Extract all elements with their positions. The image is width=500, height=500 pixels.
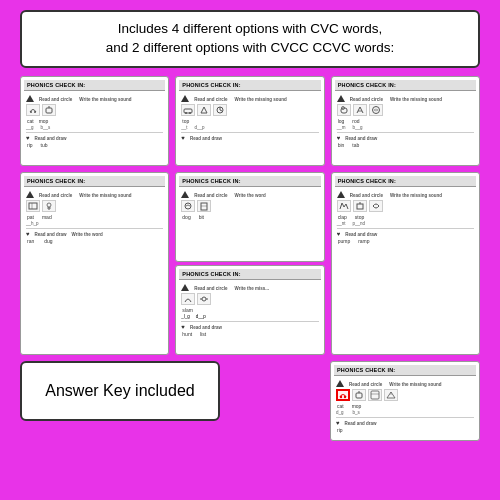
title-line1: Includes 4 different options with CVC wo… — [118, 21, 383, 36]
worksheet-5: PHONICS CHECK IN: Read and circle Write … — [175, 172, 324, 262]
ws1-img2 — [42, 104, 56, 116]
triangle-icon5 — [181, 191, 189, 198]
heart-icon3: ♥ — [337, 135, 341, 141]
ws1-word1: cat — [27, 118, 34, 124]
bottom-row: Answer Key included PHONICS CHECK IN: Re… — [20, 361, 480, 441]
ws2-img3 — [213, 104, 227, 116]
extra-img3 — [368, 389, 382, 401]
ws4-img2 — [42, 200, 56, 212]
triangle-icon2 — [181, 95, 189, 102]
ws3-img2 — [353, 104, 367, 116]
heart-extra: ♥ — [336, 420, 340, 426]
ws1-section2-label: Write the missing sound — [79, 97, 131, 102]
worksheet-4: PHONICS CHECK IN: Read and circle Write … — [20, 172, 169, 355]
ws4-write-label: Write the word — [72, 232, 103, 237]
worksheet-5b: PHONICS CHECK IN: Read and circle Write … — [175, 265, 324, 355]
svg-marker-7 — [201, 107, 207, 113]
svg-point-26 — [340, 396, 342, 398]
heart-icon6: ♥ — [337, 231, 341, 237]
ws1-header: PHONICS CHECK IN: — [24, 80, 165, 91]
triangle-icon3 — [337, 95, 345, 102]
svg-point-17 — [47, 203, 51, 207]
svg-point-20 — [185, 203, 191, 209]
worksheet-3: PHONICS CHECK IN: Read and circle Write … — [331, 76, 480, 166]
ws2-header: PHONICS CHECK IN: — [179, 80, 320, 91]
ws5-img2 — [197, 200, 211, 212]
svg-rect-2 — [46, 108, 52, 113]
ws2-blank2: d__p — [195, 125, 205, 130]
ws1-blank2: b__s — [41, 125, 51, 130]
ws2-img2 — [197, 104, 211, 116]
ws5-img1 — [181, 200, 195, 212]
extra-img4 — [384, 389, 398, 401]
extra-ws-header: PHONICS CHECK IN: — [334, 365, 476, 376]
ws4-header: PHONICS CHECK IN: — [24, 176, 165, 187]
ws4-img1 — [26, 200, 40, 212]
svg-rect-4 — [184, 109, 192, 113]
ws6-header: PHONICS CHECK IN: — [335, 176, 476, 187]
ws4-section2-label: Write the missing sound — [79, 193, 131, 198]
answer-key-box: Answer Key included — [20, 361, 220, 421]
main-container: Includes 4 different options with CVC wo… — [0, 0, 500, 500]
extra-img2 — [352, 389, 366, 401]
svg-rect-15 — [29, 203, 37, 209]
heart-icon1: ♥ — [26, 135, 30, 141]
heart-icon2: ♥ — [181, 135, 185, 141]
ws3-img1 — [337, 104, 351, 116]
extra-worksheet: PHONICS CHECK IN: Read and circle Write … — [330, 361, 480, 441]
svg-point-6 — [189, 112, 191, 114]
worksheet-1: PHONICS CHECK IN: Read and circle Write … — [20, 76, 169, 166]
ws1-blank1: __g — [26, 125, 34, 130]
ws3-img3 — [369, 104, 383, 116]
triangle-icon-extra — [336, 380, 344, 387]
svg-point-0 — [30, 111, 32, 113]
worksheet-2: PHONICS CHECK IN: Read and circle Write … — [175, 76, 324, 166]
svg-point-1 — [34, 111, 36, 113]
ws2-section2-label: Write the missing sound — [235, 97, 287, 102]
worksheet-6: PHONICS CHECK IN: Read and circle Write … — [331, 172, 480, 355]
svg-rect-21 — [201, 203, 207, 210]
svg-point-5 — [185, 112, 187, 114]
triangle-icon6 — [337, 191, 345, 198]
ws5b-header: PHONICS CHECK IN: — [179, 269, 320, 280]
title-line2: and 2 different options with CVCC CCVC w… — [106, 40, 395, 55]
svg-rect-28 — [356, 393, 362, 398]
ws2-img1 — [181, 104, 195, 116]
extra-img1 — [336, 389, 350, 401]
triangle-icon4 — [26, 191, 34, 198]
triangle-icon — [26, 95, 34, 102]
svg-line-10 — [220, 110, 222, 111]
ws5-container: PHONICS CHECK IN: Read and circle Write … — [175, 172, 324, 355]
svg-rect-24 — [357, 204, 363, 209]
ws2-blank1: __t — [181, 125, 187, 130]
title-box: Includes 4 different options with CVC wo… — [20, 10, 480, 68]
ws2-word1: top — [182, 118, 189, 124]
ws1-word2: mop — [39, 118, 49, 124]
ws6-img2 — [353, 200, 367, 212]
svg-rect-30 — [371, 391, 379, 399]
svg-point-23 — [202, 297, 206, 301]
heart-icon4: ♥ — [26, 231, 30, 237]
svg-point-14 — [372, 106, 379, 113]
svg-point-27 — [344, 396, 346, 398]
ws6-img3 — [369, 200, 383, 212]
ws3-header: PHONICS CHECK IN: — [335, 80, 476, 91]
worksheets-grid: PHONICS CHECK IN: Read and circle Write … — [20, 76, 480, 355]
ws1-img1 — [26, 104, 40, 116]
ws5b-img2 — [197, 293, 211, 305]
ws6-img1 — [337, 200, 351, 212]
ws5b-img1 — [181, 293, 195, 305]
triangle-icon5b — [181, 284, 189, 291]
ws3-section2-label: Write the missing sound — [390, 97, 442, 102]
ws5-header: PHONICS CHECK IN: — [179, 176, 320, 187]
answer-key-label: Answer Key included — [45, 382, 194, 400]
